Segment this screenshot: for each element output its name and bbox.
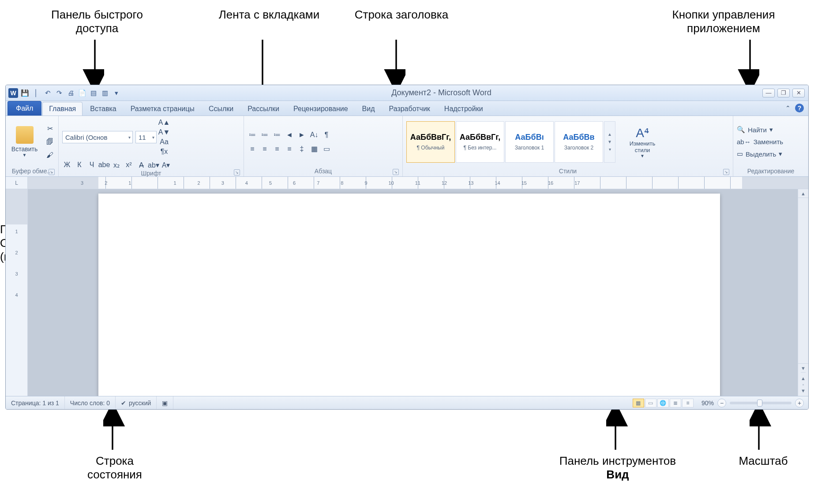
qat-dd-icon[interactable]: ▾: [113, 89, 120, 97]
tab-Надстройки[interactable]: Надстройки: [438, 102, 490, 116]
status-page[interactable]: Страница: 1 из 1: [6, 396, 65, 409]
zoom-out-button[interactable]: −: [717, 399, 726, 407]
para-btn[interactable]: ≡: [272, 144, 282, 154]
tab-Ссылки[interactable]: Ссылки: [202, 102, 240, 116]
font-btn[interactable]: Ж: [62, 160, 72, 170]
view-draft[interactable]: ≡: [682, 399, 694, 407]
view-print-layout[interactable]: ▦: [633, 399, 644, 407]
view-full-screen[interactable]: ▭: [645, 399, 656, 407]
horizontal-ruler[interactable]: 3211234567891011121314151617: [28, 177, 808, 189]
tab-selector[interactable]: L: [6, 177, 28, 189]
para-btn[interactable]: ¶: [322, 130, 331, 140]
qat-new-icon[interactable]: ▤: [90, 89, 98, 97]
font-btn[interactable]: x²: [124, 160, 134, 170]
style-item[interactable]: АаБбВвГг,¶ Обычный: [406, 121, 455, 163]
para-btn[interactable]: ≡: [248, 144, 257, 154]
qat-print-icon[interactable]: 🖨: [67, 89, 75, 97]
status-word-count[interactable]: Число слов: 0: [65, 396, 116, 409]
styles-gallery-more[interactable]: ▲▼▾: [604, 121, 615, 163]
cut-icon[interactable]: ✂: [45, 124, 55, 134]
para-btn[interactable]: ≡: [260, 144, 270, 154]
select-browse-object-icon[interactable]: ◦: [803, 382, 804, 387]
horizontal-ruler-area: L 3211234567891011121314151617: [6, 177, 808, 189]
para-btn[interactable]: ▦: [309, 144, 319, 154]
zoom-value[interactable]: 90%: [701, 399, 714, 407]
help-button[interactable]: ?: [795, 104, 804, 112]
para-btn[interactable]: ≡: [285, 144, 294, 154]
clipboard-dialog-launcher[interactable]: ↘: [49, 169, 55, 175]
tab-Рецензирование[interactable]: Рецензирование: [287, 102, 355, 116]
font-btn[interactable]: ¶x: [159, 147, 169, 157]
zoom-in-button[interactable]: +: [795, 399, 804, 407]
styles-dialog-launcher[interactable]: ↘: [723, 169, 729, 175]
prev-object-icon[interactable]: ▲: [801, 376, 806, 381]
tab-Разработчик[interactable]: Разработчик: [383, 102, 437, 116]
maximize-button[interactable]: ❐: [777, 89, 790, 97]
qat-open-icon[interactable]: ▥: [101, 89, 109, 97]
next-object-icon[interactable]: ▼: [801, 388, 806, 393]
tab-Разметка страницы[interactable]: Разметка страницы: [124, 102, 201, 116]
vertical-scrollbar[interactable]: ▲ ▼ ▲ ◦ ▼: [798, 189, 808, 396]
paste-button[interactable]: Вставить ▼: [9, 121, 40, 163]
font-name-combo[interactable]: Calibri (Основ▾: [62, 131, 133, 143]
font-btn[interactable]: A▼: [159, 127, 169, 137]
qat-preview-icon[interactable]: 📄: [78, 89, 86, 97]
select-button[interactable]: ▭ Выделить ▾: [737, 150, 783, 158]
minimize-button[interactable]: —: [762, 89, 775, 97]
find-button[interactable]: 🔍 Найти ▾: [737, 126, 783, 134]
status-language[interactable]: ✔ русский: [116, 396, 157, 409]
font-dialog-launcher[interactable]: ↘: [234, 169, 240, 175]
status-bar: Страница: 1 из 1 Число слов: 0 ✔ русский…: [6, 396, 808, 409]
font-btn[interactable]: Aa: [159, 137, 169, 147]
vertical-ruler[interactable]: 1234: [6, 189, 28, 396]
document-page[interactable]: [98, 194, 720, 410]
qat-redo-icon[interactable]: ↷: [55, 89, 63, 97]
close-button[interactable]: ✕: [792, 89, 805, 97]
para-btn[interactable]: ≔: [272, 130, 282, 140]
browse-object-controls[interactable]: ▲ ◦ ▼: [801, 372, 806, 396]
replace-button[interactable]: ab↔ Заменить: [737, 138, 783, 146]
para-btn[interactable]: A↓: [309, 130, 319, 140]
para-btn[interactable]: ≔: [260, 130, 270, 140]
para-btn[interactable]: ‡: [297, 144, 307, 154]
zoom-slider-knob[interactable]: [757, 399, 762, 407]
tab-Вид[interactable]: Вид: [356, 102, 382, 116]
font-btn[interactable]: x₂: [112, 160, 121, 170]
font-btn[interactable]: abe: [99, 160, 109, 170]
para-btn[interactable]: ◄: [285, 130, 294, 140]
style-item[interactable]: АаБбВıЗаголовок 1: [505, 121, 554, 163]
font-btn[interactable]: ab▾: [149, 160, 158, 170]
style-item[interactable]: АаБбВвЗаголовок 2: [555, 121, 603, 163]
app-icon[interactable]: W: [8, 88, 18, 98]
status-macro[interactable]: ▣: [157, 396, 173, 409]
font-btn[interactable]: A▾: [161, 160, 171, 170]
scroll-down-icon[interactable]: ▼: [798, 363, 808, 372]
tab-Рассылки[interactable]: Рассылки: [241, 102, 286, 116]
styles-gallery[interactable]: АаБбВвГг,¶ ОбычныйАаБбВвГг,¶ Без интер..…: [406, 121, 615, 163]
style-item[interactable]: АаБбВвГг,¶ Без интер...: [456, 121, 504, 163]
window-title: Документ2 - Microsoft Word: [120, 88, 762, 97]
paragraph-dialog-launcher[interactable]: ↘: [393, 169, 399, 175]
scroll-up-icon[interactable]: ▲: [798, 189, 808, 198]
font-btn[interactable]: Ч: [87, 160, 97, 170]
format-painter-icon[interactable]: 🖌: [45, 150, 55, 160]
tab-Главная[interactable]: Главная: [42, 102, 83, 116]
title-bar[interactable]: W 💾 │ ↶ ↷ 🖨 📄 ▤ ▥ ▾ Документ2 - Microsof…: [6, 85, 808, 101]
para-btn[interactable]: ▭: [322, 144, 331, 154]
copy-icon[interactable]: 🗐: [45, 137, 55, 147]
minimize-ribbon-icon[interactable]: ⌃: [785, 105, 791, 112]
tab-Вставка[interactable]: Вставка: [83, 102, 123, 116]
view-web[interactable]: 🌐: [657, 399, 669, 407]
para-btn[interactable]: ≔: [248, 130, 257, 140]
para-btn[interactable]: ►: [297, 130, 307, 140]
font-btn[interactable]: A̶: [136, 160, 146, 170]
change-styles-button[interactable]: A⁴ Изменить стили ▼: [623, 126, 661, 158]
zoom-slider[interactable]: [730, 402, 791, 404]
font-size-combo[interactable]: 11▾: [135, 131, 157, 143]
tab-file[interactable]: Файл: [8, 101, 41, 116]
view-outline[interactable]: ≣: [670, 399, 681, 407]
font-btn[interactable]: К: [75, 160, 84, 170]
font-btn[interactable]: A▲: [159, 118, 169, 127]
qat-undo-icon[interactable]: ↶: [44, 89, 52, 97]
qat-save-icon[interactable]: 💾: [21, 89, 29, 97]
